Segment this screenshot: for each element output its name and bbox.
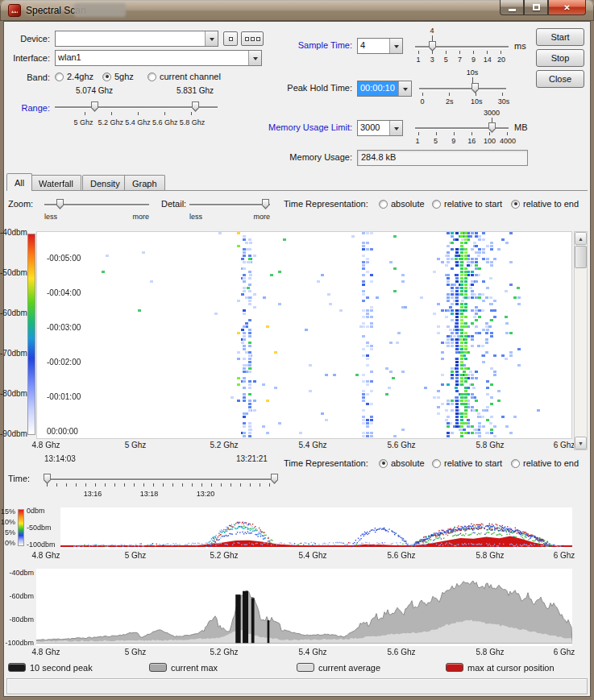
tab-density[interactable]: Density [82,175,128,191]
freq-axis-label: 5.2 Ghz [206,551,243,560]
time-tick-label: 13:16 [77,490,109,498]
radio-circle [511,200,520,209]
radio-circle [511,459,520,468]
timerep-top-absolute[interactable]: absolute [379,199,425,209]
range-label: Range: [3,103,50,114]
graph-y-label: -100dbm [2,639,34,647]
graph-y-label: -40dbm [2,569,34,577]
colorbar-label: -60dbm [0,309,25,317]
detail-less-label: less [189,212,202,222]
timerep-top-relative-to-end[interactable]: relative to end [511,199,579,209]
colorbar-label: -90dbm [0,429,25,438]
tabline [6,190,588,191]
memory-limit-unit: MB [514,122,528,133]
colorbar-label: -40dbm [0,228,25,237]
zoom-more-label: more [125,212,149,222]
timerep-bottom-relative-to-end[interactable]: relative to end [511,458,579,468]
timerep-bottom-absolute[interactable]: absolute [379,458,425,468]
tab-waterfall[interactable]: Waterfall [31,175,81,191]
density-dbm-label: -50dbm [27,523,52,533]
titlebar[interactable]: Spectral Scan ✕ [0,0,594,21]
timerep-option-label: relative to end [523,199,579,209]
sample-time-value: 4 [358,39,389,53]
device-label: Device: [3,34,50,44]
memory-usage-value: 284.8 kB [357,150,528,166]
memory-limit-value: 3000 [358,121,389,135]
memory-limit-ticks [418,132,509,135]
scrollbar-thumb[interactable] [575,246,587,268]
band-label: Band: [3,72,50,83]
detail-slider-track[interactable] [189,204,270,205]
tab-graph[interactable]: Graph [124,175,165,191]
scroll-down-button[interactable]: ▼ [575,437,587,449]
band-radio-2-4ghz[interactable]: 2.4ghz [55,72,93,81]
zoom-slider-thumb[interactable] [56,199,64,209]
chevron-down-icon [389,39,402,53]
status-bar [6,678,588,694]
range-slider-low-handle[interactable] [91,101,98,112]
graph-y-label: -80dbm [2,615,34,623]
scroll-up-button[interactable]: ▲ [575,232,587,245]
freq-axis-label: 6 Ghz [546,648,583,657]
device-select[interactable] [55,31,218,47]
band-radio-current-channel[interactable]: current channel [147,72,221,81]
band-option-label: current channel [160,72,221,81]
waterfall-scrollbar[interactable]: ▲ ▼ [574,231,588,450]
chevron-down-icon [205,31,218,46]
device-value [56,31,205,46]
band-radio-5ghz[interactable]: 5ghz [102,72,134,81]
freq-axis-label: 4.8 Ghz [27,648,64,657]
peak-hold-tick-labels: 0 2s 10s 30s [414,97,512,106]
app-icon [8,4,21,17]
time-tick-label: 13:18 [133,490,165,498]
interface-select[interactable]: wlan1 [55,50,262,66]
freq-axis-label: 5.4 Ghz [294,551,331,560]
titlebar-close-button[interactable]: ✕ [548,0,586,15]
peak-hold-time-select[interactable]: 00:00:10 [357,81,412,97]
spectral-scan-window: Spectral Scan ✕ Device: Interface: wlan1… [0,0,594,700]
device-list-button[interactable] [241,31,264,46]
device-browse-button[interactable] [223,31,238,46]
close-button[interactable]: Close [536,70,584,88]
sample-time-select[interactable]: 4 [357,38,403,54]
waterfall-plot[interactable] [36,231,572,439]
graph-canvas[interactable] [36,569,572,646]
waterfall-time-label: -00:04:00 [47,288,81,297]
density-canvas[interactable] [60,507,572,549]
waterfall-time-label: -00:05:00 [47,254,81,263]
range-ticks [85,112,193,115]
range-tick-labels: 5 Ghz 5.2 Ghz 5.4 Ghz 5.6 Ghz 5.8 Ghz [70,118,206,126]
peak-hold-slider-track[interactable] [419,88,506,89]
memory-limit-tick-labels: 1 5 9 16 100 4000 [409,137,517,145]
freq-axis-label: 5.8 Ghz [471,648,509,657]
range-high-value: 5.831 Ghz [171,86,219,95]
range-slider-high-handle[interactable] [192,101,199,112]
minimize-button[interactable] [500,0,524,15]
time-representation-label-bottom: Time Representation: [284,458,368,469]
percent-label: 15% [0,507,15,516]
stop-button[interactable]: Stop [536,49,584,67]
box-icon [229,37,233,41]
percent-label: 0% [0,539,15,547]
freq-axis-label: 5.2 Ghz [206,441,243,449]
dots-icon [245,37,249,41]
freq-axis-label: 5.8 Ghz [471,441,509,449]
zoom-less-label: less [44,212,57,222]
waterfall-colorbar [27,234,35,435]
start-button[interactable]: Start [536,28,584,46]
freq-axis-label: 5.6 Ghz [383,648,420,657]
freq-axis-label: 5.6 Ghz [383,441,420,449]
detail-slider-thumb[interactable] [262,199,269,209]
tab-all[interactable]: All [6,173,32,191]
peak-hold-ticks [422,93,504,96]
radio-circle [379,459,388,468]
maximize-button[interactable] [524,0,548,15]
waterfall-canvas[interactable] [37,232,571,438]
sample-time-label: Sample Time: [266,40,352,51]
time-slider-track[interactable] [47,478,274,480]
timerep-top-relative-to-start[interactable]: relative to start [432,199,502,209]
timerep-bottom-relative-to-start[interactable]: relative to start [432,458,502,468]
freq-axis-label: 4.8 Ghz [27,441,64,449]
time-ticks [47,483,275,487]
memory-usage-limit-select[interactable]: 3000 [357,120,403,136]
